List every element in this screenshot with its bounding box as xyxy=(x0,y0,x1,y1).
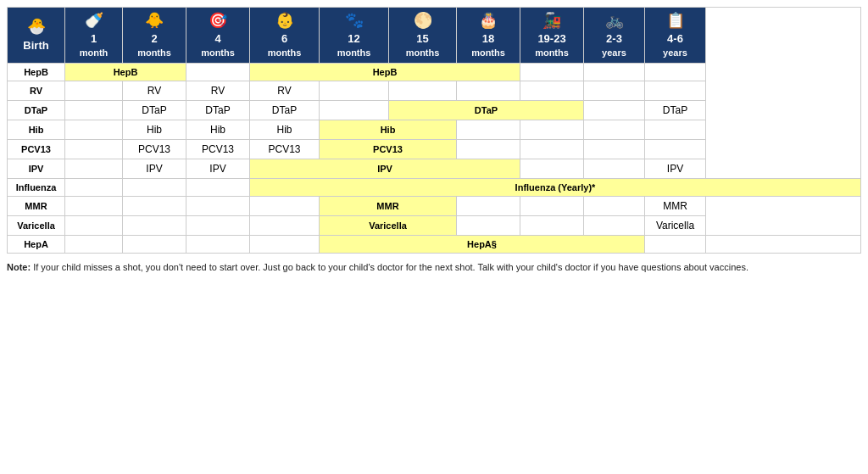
row-varicella: Varicella Varicella Varicella xyxy=(8,215,861,235)
header-1month: 🍼 1 month xyxy=(65,8,123,64)
mmr-dose2: MMR xyxy=(645,196,706,215)
15months-num: 15 xyxy=(391,32,454,47)
dtap-booster: DTaP xyxy=(389,100,584,120)
vaccine-mmr-label: MMR xyxy=(8,196,65,215)
birth-label: Birth xyxy=(9,39,63,53)
46years-label: years xyxy=(647,47,704,59)
dtap-empty1 xyxy=(65,100,123,120)
23years-icon: 🚲 xyxy=(586,11,643,31)
hib-dose2: Hib xyxy=(186,120,250,139)
header-birth: 🐣 Birth xyxy=(8,8,65,64)
note-content: If your child misses a shot, you don't n… xyxy=(33,262,748,272)
2months-icon: 🐥 xyxy=(125,11,184,31)
23years-label: years xyxy=(586,47,643,59)
rv-empty1 xyxy=(65,81,123,100)
dtap-empty2 xyxy=(320,100,389,120)
var-empty6 xyxy=(520,215,584,235)
pcv-booster: PCV13 xyxy=(320,139,457,159)
row-hib: Hib Hib Hib Hib Hib xyxy=(8,120,861,139)
ipv-dose3: IPV xyxy=(645,159,706,178)
1month-label: month xyxy=(67,47,120,59)
row-hepa: HepA HepA§ xyxy=(8,235,861,253)
rv-empty5 xyxy=(520,81,584,100)
var-empty3 xyxy=(186,215,250,235)
mmr-empty6 xyxy=(520,196,584,215)
4months-num: 4 xyxy=(188,32,248,47)
rv-empty4 xyxy=(457,81,520,100)
row-influenza: Influenza Influenza (Yearly)* xyxy=(8,178,861,196)
birth-icon: 🐣 xyxy=(9,17,63,36)
row-pcv13: PCV13 PCV13 PCV13 PCV13 PCV13 xyxy=(8,139,861,159)
1month-icon: 🍼 xyxy=(67,11,120,31)
flu-empty1 xyxy=(65,178,123,196)
var-empty4 xyxy=(250,215,320,235)
hib-empty5 xyxy=(645,120,706,139)
header-2months: 🐥 2 months xyxy=(123,8,186,64)
hib-dose1: Hib xyxy=(123,120,186,139)
hepb-dose1: HepB xyxy=(65,63,186,81)
vaccine-dtap-label: DTaP xyxy=(8,100,65,120)
hepa-empty6 xyxy=(706,235,861,253)
header-46years: 📋 4-6 years xyxy=(645,8,706,64)
hib-empty2 xyxy=(457,120,520,139)
hepa-dose: HepA§ xyxy=(320,235,645,253)
var-dose2: Varicella xyxy=(645,215,706,235)
mmr-empty1 xyxy=(65,196,123,215)
vaccine-ipv-label: IPV xyxy=(8,159,65,178)
ipv-booster: IPV xyxy=(250,159,520,178)
1923months-icon: 🚂 xyxy=(522,11,581,31)
var-empty1 xyxy=(65,215,123,235)
6months-icon: 👶 xyxy=(252,11,317,31)
header-6months: 👶 6 months xyxy=(250,8,320,64)
ipv-dose1: IPV xyxy=(123,159,186,178)
1923months-num: 19-23 xyxy=(522,32,581,47)
rv-empty2 xyxy=(320,81,389,100)
header-15months: 🌕 15 months xyxy=(389,8,457,64)
pcv-empty5 xyxy=(645,139,706,159)
15months-label: months xyxy=(391,47,454,59)
2months-label: months xyxy=(125,47,184,59)
var-empty2 xyxy=(123,215,186,235)
pcv-empty1 xyxy=(65,139,123,159)
15months-icon: 🌕 xyxy=(391,11,454,31)
rv-empty6 xyxy=(584,81,645,100)
rv-dose3: RV xyxy=(250,81,320,100)
header-12months: 🐾 12 months xyxy=(320,8,389,64)
vaccine-schedule-table: 🐣 Birth 🍼 1 month 🐥 2 months 🎯 4 months xyxy=(7,7,861,254)
rv-dose2: RV xyxy=(186,81,250,100)
hepb-empty4 xyxy=(645,63,706,81)
row-rv: RV RV RV RV xyxy=(8,81,861,100)
mmr-empty3 xyxy=(186,196,250,215)
12months-num: 12 xyxy=(321,32,387,47)
ipv-empty3 xyxy=(584,159,645,178)
mmr-dose1: MMR xyxy=(320,196,457,215)
flu-empty3 xyxy=(186,178,250,196)
flu-yearly: Influenza (Yearly)* xyxy=(250,178,861,196)
rv-empty3 xyxy=(389,81,457,100)
row-dtap: DTaP DTaP DTaP DTaP DTaP DTaP xyxy=(8,100,861,120)
header-4months: 🎯 4 months xyxy=(186,8,250,64)
ipv-dose2: IPV xyxy=(186,159,250,178)
dtap-dose3: DTaP xyxy=(250,100,320,120)
row-ipv: IPV IPV IPV IPV IPV xyxy=(8,159,861,178)
mmr-empty5 xyxy=(457,196,520,215)
12months-label: months xyxy=(321,47,387,59)
18months-num: 18 xyxy=(459,32,518,47)
note-bold: Note: xyxy=(7,262,31,272)
2months-num: 2 xyxy=(125,32,184,47)
row-mmr: MMR MMR MMR xyxy=(8,196,861,215)
pcv-empty2 xyxy=(457,139,520,159)
vaccine-hib-label: Hib xyxy=(8,120,65,139)
vaccine-rv-label: RV xyxy=(8,81,65,100)
46years-icon: 📋 xyxy=(647,11,704,31)
rv-dose1: RV xyxy=(123,81,186,100)
vaccine-influenza-label: Influenza xyxy=(8,178,65,196)
6months-label: months xyxy=(252,47,317,59)
1month-num: 1 xyxy=(67,32,120,47)
header-1923months: 🚂 19-23 months xyxy=(520,8,584,64)
header-18months: 🎂 18 months xyxy=(457,8,520,64)
hepb-empty1 xyxy=(186,63,250,81)
hepa-empty4 xyxy=(250,235,320,253)
pcv-dose1: PCV13 xyxy=(123,139,186,159)
hib-empty3 xyxy=(520,120,584,139)
